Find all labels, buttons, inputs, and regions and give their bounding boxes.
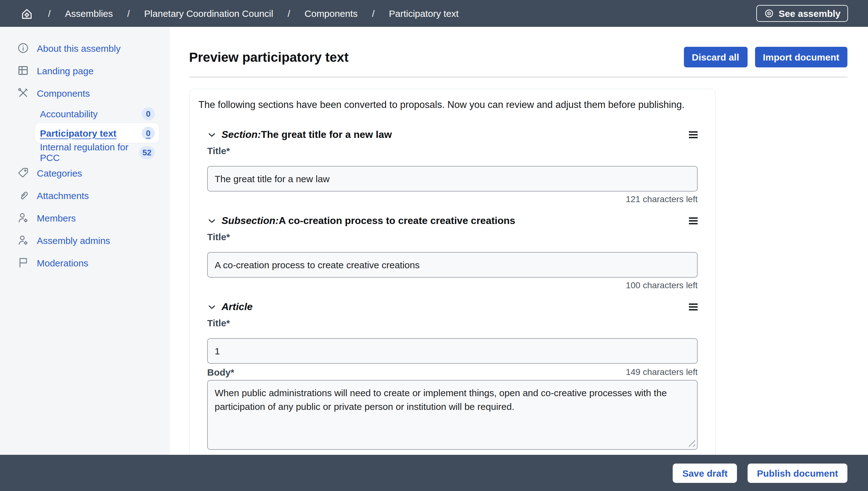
flag-icon [17, 256, 29, 269]
sidebar-item-label: Categories [37, 168, 82, 178]
admin-app: / Assemblies / Planetary Coordination Co… [0, 0, 868, 491]
see-assembly-button[interactable]: See assembly [756, 5, 848, 22]
sidebar-item-label: Landing page [37, 65, 94, 76]
see-assembly-label: See assembly [779, 8, 841, 19]
sidebar-subitem-label: Internal regulation for PCC [40, 142, 139, 163]
characters-left-counter: 121 characters left [626, 194, 698, 205]
breadcrumb-separator: / [127, 8, 130, 19]
breadcrumb-separator: / [288, 8, 290, 19]
intro-text: The following sections have been convert… [198, 98, 706, 111]
breadcrumb-components[interactable]: Components [305, 8, 357, 19]
drag-handle-icon[interactable] [689, 131, 698, 139]
breadcrumb-separator: / [372, 8, 374, 19]
home-gear-icon [20, 6, 34, 20]
home-button[interactable] [20, 6, 34, 20]
title-field-label: Title* [207, 231, 698, 242]
title-field-label: Title* [207, 145, 698, 156]
sidebar-item-members[interactable]: Members [0, 206, 170, 229]
breadcrumb: / Assemblies / Planetary Coordination Co… [20, 6, 459, 20]
sidebar-item-label: Assembly admins [37, 235, 110, 246]
sidebar-item-about[interactable]: About this assembly [0, 37, 170, 59]
chevron-down-icon[interactable] [207, 302, 216, 312]
section-heading: The great title for a new law [261, 129, 392, 140]
breadcrumb-current-page: Participatory text [389, 8, 459, 19]
top-bar: / Assemblies / Planetary Coordination Co… [0, 0, 868, 27]
breadcrumb-separator: / [48, 8, 51, 19]
header-divider [189, 77, 847, 77]
paperclip-icon [17, 189, 29, 202]
title-field-label: Title* [207, 318, 698, 328]
section-title-input[interactable] [207, 252, 698, 278]
sidebar-item-label: Members [37, 212, 76, 223]
tag-icon [17, 167, 29, 179]
footer-bar: Save draft Publish document [0, 455, 868, 491]
document-section: Subsection:A co-creation process to crea… [207, 214, 698, 291]
drag-handle-icon[interactable] [689, 303, 698, 311]
sidebar-subitem-accountability[interactable]: Accountability 0 [35, 104, 159, 123]
chevron-down-icon[interactable] [207, 216, 216, 226]
publish-document-button[interactable]: Publish document [748, 463, 847, 483]
section-kind: Section: [222, 129, 261, 140]
person-gear-icon [17, 211, 29, 224]
sidebar-item-label: Components [37, 88, 90, 98]
sidebar-item-attachments[interactable]: Attachments [0, 184, 170, 206]
document-section: Section:The great title for a new law Ti… [207, 128, 698, 205]
section-kind: Subsection: [222, 215, 279, 227]
tools-icon [17, 87, 29, 99]
drag-handle-icon[interactable] [689, 217, 698, 225]
body-field-label: Body* [207, 367, 234, 377]
sidebar-item-label: Attachments [37, 190, 89, 201]
sidebar-item-label: Moderations [37, 257, 88, 268]
count-badge: 0 [142, 126, 155, 139]
sidebar-subitem-label: Participatory text [40, 127, 116, 138]
characters-left-counter: 100 characters left [626, 280, 698, 291]
sidebar-subitem-participatory-text[interactable]: Participatory text 0 [35, 123, 159, 143]
preview-card: The following sections have been convert… [189, 89, 716, 455]
sidebar-item-moderations[interactable]: Moderations [0, 252, 170, 274]
info-icon [17, 42, 29, 54]
sidebar-item-categories[interactable]: Categories [0, 162, 170, 184]
breadcrumb-assemblies[interactable]: Assemblies [65, 8, 113, 19]
landing-page-icon [17, 64, 29, 77]
sidebar-item-landing-page[interactable]: Landing page [0, 59, 170, 82]
article-title-input[interactable] [207, 338, 698, 364]
sidebar-item-assembly-admins[interactable]: Assembly admins [0, 229, 170, 252]
section-title-input[interactable] [207, 166, 698, 192]
sidebar-item-label: About this assembly [37, 43, 120, 53]
document-section: Article Title* Body* 149 characters left [207, 300, 698, 450]
eye-icon [764, 8, 774, 19]
section-heading: A co-creation process to create creative… [279, 215, 515, 227]
characters-left-counter: 149 characters left [626, 367, 698, 377]
sidebar: About this assembly Landing page [0, 27, 170, 455]
breadcrumb-assembly-name[interactable]: Planetary Coordination Council [144, 8, 273, 19]
article-body-textarea[interactable]: When public administrations will need to… [207, 380, 698, 450]
import-document-button[interactable]: Import document [755, 47, 847, 67]
sidebar-subitem-label: Accountability [40, 108, 98, 119]
count-badge: 0 [142, 107, 155, 120]
sidebar-item-components[interactable]: Components [0, 82, 170, 104]
chevron-down-icon[interactable] [207, 130, 216, 139]
main-content: Preview participatory text Discard all I… [170, 27, 868, 455]
section-kind: Article [222, 301, 253, 313]
save-draft-button[interactable]: Save draft [673, 463, 737, 483]
discard-all-button[interactable]: Discard all [684, 47, 747, 67]
count-badge: 52 [139, 146, 155, 159]
page-title: Preview participatory text [189, 50, 348, 64]
components-subnav: Accountability 0 Participatory text 0 In… [0, 104, 170, 162]
sidebar-subitem-internal-regulation[interactable]: Internal regulation for PCC 52 [35, 143, 159, 162]
person-gear-icon [17, 234, 29, 247]
